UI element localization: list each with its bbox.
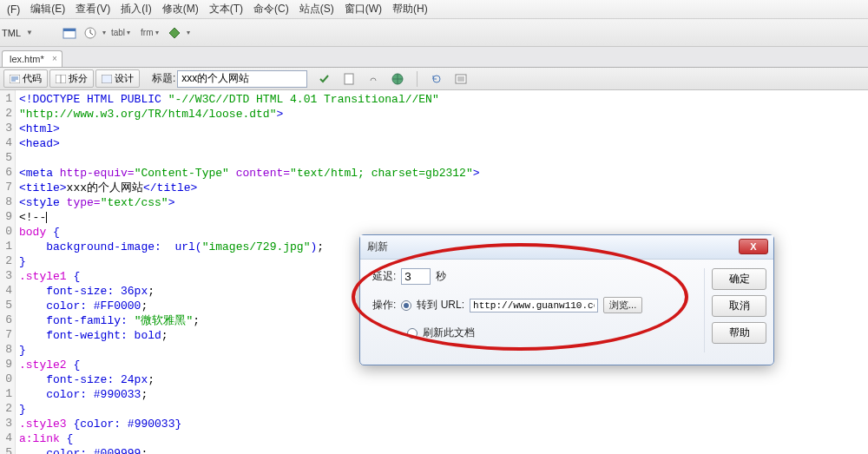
ok-button[interactable]: 确定 (712, 268, 766, 290)
menu-window[interactable]: 窗口(W) (339, 2, 387, 16)
refresh-doc-label: 刷新此文档 (423, 326, 475, 340)
goto-url-radio[interactable] (401, 300, 411, 311)
help-button[interactable]: 帮助 (712, 322, 766, 344)
close-button[interactable]: X (739, 239, 768, 254)
menu-view[interactable]: 查看(V) (70, 2, 115, 16)
line-gutter: 1234567890123456789012345 (0, 90, 16, 454)
delay-input[interactable] (401, 268, 431, 285)
tab-file[interactable]: lex.htm* × (2, 50, 62, 67)
page-title-input[interactable] (177, 70, 307, 88)
check-icon[interactable] (317, 71, 332, 87)
refresh-dialog: 刷新 X 延迟: 秒 操作: 转到 URL: 浏览... 刷新此文档 确定 (359, 234, 774, 365)
tab-filename: lex.htm* (10, 54, 44, 64)
view-toolbar: 代码 拆分 设计 标题: (0, 68, 868, 90)
clock-icon[interactable] (82, 25, 98, 41)
split-view-button[interactable]: 拆分 (49, 69, 94, 88)
cancel-button[interactable]: 取消 (712, 295, 766, 317)
diamond-icon[interactable] (167, 25, 182, 41)
close-icon: X (750, 241, 756, 252)
menu-bar: (F) 编辑(E) 查看(V) 插入(I) 修改(M) 文本(T) 命令(C) … (0, 0, 868, 19)
refresh-doc-radio[interactable] (407, 328, 418, 339)
action-label: 操作: (372, 298, 396, 313)
design-view-button[interactable]: 设计 (95, 69, 140, 88)
goto-url-label: 转到 URL: (417, 298, 464, 313)
link-icon[interactable] (365, 71, 381, 87)
calendar-icon[interactable] (62, 25, 77, 41)
globe-icon[interactable] (390, 71, 405, 87)
url-input[interactable] (470, 299, 598, 313)
frame-dropdown[interactable]: frm▾ (141, 28, 158, 37)
dialog-titlebar[interactable]: 刷新 (360, 235, 773, 260)
menu-file[interactable]: (F) (2, 3, 25, 16)
menu-help[interactable]: 帮助(H) (387, 2, 433, 16)
svg-rect-6 (102, 75, 112, 83)
refresh-icon[interactable] (429, 71, 444, 87)
document-tabs: lex.htm* × (0, 47, 868, 68)
dialog-title: 刷新 (367, 240, 388, 254)
separator (417, 71, 418, 87)
close-icon[interactable]: × (52, 54, 57, 63)
seconds-label: 秒 (436, 269, 446, 284)
file-icon[interactable] (341, 71, 357, 87)
menu-site[interactable]: 站点(S) (294, 2, 339, 16)
chevron-down-icon[interactable]: ▾ (187, 29, 190, 36)
delay-label: 延迟: (372, 269, 396, 284)
title-label: 标题: (152, 71, 175, 86)
list-icon[interactable] (453, 71, 469, 87)
menu-commands[interactable]: 命令(C) (248, 2, 294, 16)
svg-rect-1 (63, 29, 76, 31)
table-dropdown[interactable]: tabl▾ (111, 28, 130, 37)
toolbar-category-label: TML (2, 28, 21, 38)
menu-modify[interactable]: 修改(M) (157, 2, 204, 16)
chevron-down-icon[interactable]: ▾ (102, 29, 106, 36)
menu-text[interactable]: 文本(T) (204, 2, 248, 16)
browse-button[interactable]: 浏览... (603, 297, 642, 313)
menu-insert[interactable]: 插入(I) (115, 2, 156, 16)
menu-edit[interactable]: 编辑(E) (25, 2, 70, 16)
code-view-button[interactable]: 代码 (3, 69, 48, 88)
svg-rect-7 (345, 74, 353, 84)
insert-toolbar: TML ▼ ▾ tabl▾ frm▾ ▾ (0, 19, 868, 47)
chevron-down-icon[interactable]: ▼ (26, 29, 33, 36)
